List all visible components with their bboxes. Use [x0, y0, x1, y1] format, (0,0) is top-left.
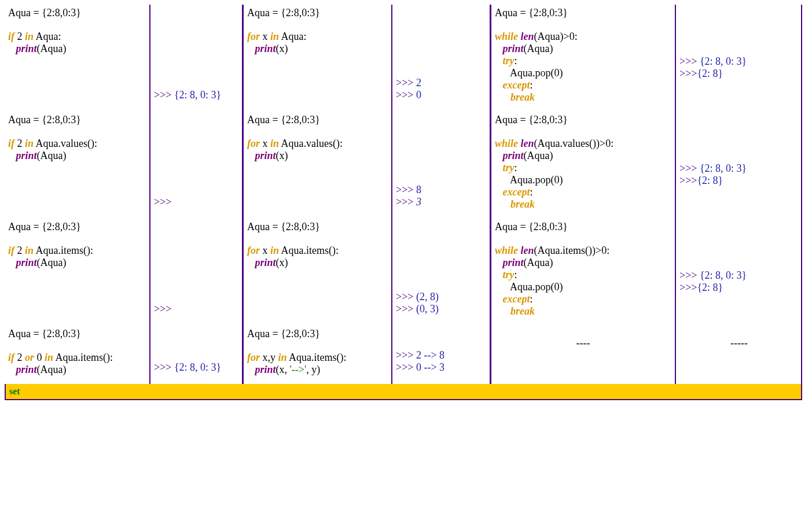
- output-line: >>> (0, 3): [396, 303, 486, 315]
- code-cell-while-items: Aqua = {2:8,0:3} while len(Aqua.items())…: [490, 219, 675, 326]
- code-cell-for-values: Aqua = {2:8,0:3} for x in Aqua.values():…: [242, 112, 391, 219]
- code-line: Aqua = {2:8,0:3}: [495, 114, 671, 126]
- dash-placeholder: ----: [576, 337, 590, 349]
- code-cell-while-aqua: Aqua = {2:8,0:3} while len(Aqua)>0: prin…: [490, 5, 675, 112]
- code-line: Aqua.pop(0): [495, 281, 671, 293]
- code-line: break: [495, 198, 671, 210]
- code-cell-if-aqua: Aqua = {2:8,0:3} if 2 in Aqua: print(Aqu…: [5, 5, 149, 112]
- code-cell-if-items: Aqua = {2:8,0:3} if 2 in Aqua.items(): p…: [5, 219, 149, 326]
- code-line: except:: [495, 186, 671, 198]
- code-line: print(x, '-->', y): [247, 364, 388, 376]
- code-cell-while-values: Aqua = {2:8,0:3} while len(Aqua.values()…: [490, 112, 675, 219]
- output-line: >>>: [154, 303, 238, 315]
- code-line: Aqua = {2:8,0:3}: [247, 7, 388, 19]
- code-line: Aqua = {2:8,0:3}: [8, 114, 146, 126]
- code-line: try:: [495, 269, 671, 281]
- output-line: >>> 0: [396, 89, 486, 101]
- code-line: for x in Aqua.values():: [247, 138, 388, 150]
- code-line: Aqua = {2:8,0:3}: [247, 328, 388, 340]
- code-line: print(x): [247, 257, 388, 269]
- code-line: Aqua = {2:8,0:3}: [247, 114, 388, 126]
- output-cell: >>> {2: 8, 0: 3} >>>{2: 8}: [675, 219, 802, 326]
- output-cell: >>>: [149, 219, 242, 326]
- code-line: except:: [495, 79, 671, 91]
- section-header-set: set: [5, 384, 802, 400]
- output-cell: >>> {2: 8, 0: 3}: [149, 326, 242, 384]
- output-line: >>>{2: 8}: [679, 282, 799, 294]
- code-line: print(Aqua): [8, 257, 146, 269]
- code-line: print(x): [247, 43, 388, 55]
- output-line: >>> {2: 8, 0: 3}: [679, 56, 799, 68]
- output-line: >>> 8: [396, 184, 486, 196]
- code-cell-for-aqua: Aqua = {2:8,0:3} for x in Aqua: print(x): [242, 5, 391, 112]
- code-line: Aqua = {2:8,0:3}: [495, 221, 671, 233]
- code-line: Aqua = {2:8,0:3}: [495, 7, 671, 19]
- output-line: >>> (2, 8): [396, 291, 486, 303]
- code-line: print(x): [247, 150, 388, 162]
- output-line: >>> {2: 8, 0: 3}: [679, 162, 799, 175]
- code-line: try:: [495, 55, 671, 67]
- output-line: >>>{2: 8}: [679, 175, 799, 187]
- empty-cell: -----: [675, 326, 802, 384]
- code-line: except:: [495, 293, 671, 305]
- output-line: >>>: [154, 196, 238, 208]
- output-line: >>> {2: 8, 0: 3}: [154, 361, 238, 374]
- output-cell: >>> {2: 8, 0: 3}: [149, 5, 242, 112]
- code-line: while len(Aqua.items())>0:: [495, 245, 671, 257]
- code-line: break: [495, 305, 671, 317]
- output-line: >>> {2: 8, 0: 3}: [679, 269, 799, 282]
- code-line: Aqua.pop(0): [495, 174, 671, 186]
- code-line: for x in Aqua.items():: [247, 245, 388, 257]
- output-line: >>> 2 --> 8: [396, 349, 486, 361]
- code-line: try:: [495, 162, 671, 174]
- code-line: print(Aqua): [495, 150, 671, 162]
- code-line: for x,y in Aqua.items():: [247, 352, 388, 364]
- code-line: print(Aqua): [495, 257, 671, 269]
- code-cell-for-xy-items: Aqua = {2:8,0:3} for x,y in Aqua.items()…: [242, 326, 391, 384]
- output-cell: >>> {2: 8, 0: 3} >>>{2: 8}: [675, 5, 802, 112]
- code-line: while len(Aqua.values())>0:: [495, 138, 671, 150]
- output-cell: >>> (2, 8) >>> (0, 3): [391, 219, 490, 326]
- code-line: if 2 or 0 in Aqua.items():: [8, 352, 146, 364]
- code-line: Aqua = {2:8,0:3}: [8, 221, 146, 233]
- code-cell-for-items: Aqua = {2:8,0:3} for x in Aqua.items(): …: [242, 219, 391, 326]
- code-comparison-grid: Aqua = {2:8,0:3} if 2 in Aqua: print(Aqu…: [5, 5, 802, 384]
- code-line: if 2 in Aqua:: [8, 31, 146, 43]
- code-line: for x in Aqua:: [247, 31, 388, 43]
- code-line: Aqua = {2:8,0:3}: [8, 7, 146, 19]
- code-line: if 2 in Aqua.items():: [8, 245, 146, 257]
- output-line: >>>{2: 8}: [679, 68, 799, 80]
- code-line: Aqua = {2:8,0:3}: [247, 221, 388, 233]
- code-line: Aqua.pop(0): [495, 67, 671, 79]
- output-cell: >>> 2 --> 8 >>> 0 --> 3: [391, 326, 490, 384]
- code-line: if 2 in Aqua.values():: [8, 138, 146, 150]
- dash-placeholder: -----: [730, 337, 748, 349]
- output-line: >>> {2: 8, 0: 3}: [154, 89, 238, 101]
- code-line: Aqua = {2:8,0:3}: [8, 328, 146, 340]
- code-cell-if-values: Aqua = {2:8,0:3} if 2 in Aqua.values(): …: [5, 112, 149, 219]
- output-cell: >>> {2: 8, 0: 3} >>>{2: 8}: [675, 112, 802, 219]
- output-line: >>> 2: [396, 77, 486, 89]
- code-line: break: [495, 91, 671, 104]
- code-line: print(Aqua): [8, 364, 146, 376]
- code-cell-if-or-items: Aqua = {2:8,0:3} if 2 or 0 in Aqua.items…: [5, 326, 149, 384]
- code-line: while len(Aqua)>0:: [495, 31, 671, 43]
- code-line: print(Aqua): [8, 150, 146, 162]
- output-line: >>> 3: [396, 196, 486, 208]
- output-cell: >>>: [149, 112, 242, 219]
- code-line: print(Aqua): [8, 43, 146, 55]
- output-line: >>> 0 --> 3: [396, 361, 486, 374]
- output-cell: >>> 8 >>> 3: [391, 112, 490, 219]
- code-line: print(Aqua): [495, 43, 671, 55]
- empty-cell: ----: [490, 326, 675, 384]
- output-cell: >>> 2 >>> 0: [391, 5, 490, 112]
